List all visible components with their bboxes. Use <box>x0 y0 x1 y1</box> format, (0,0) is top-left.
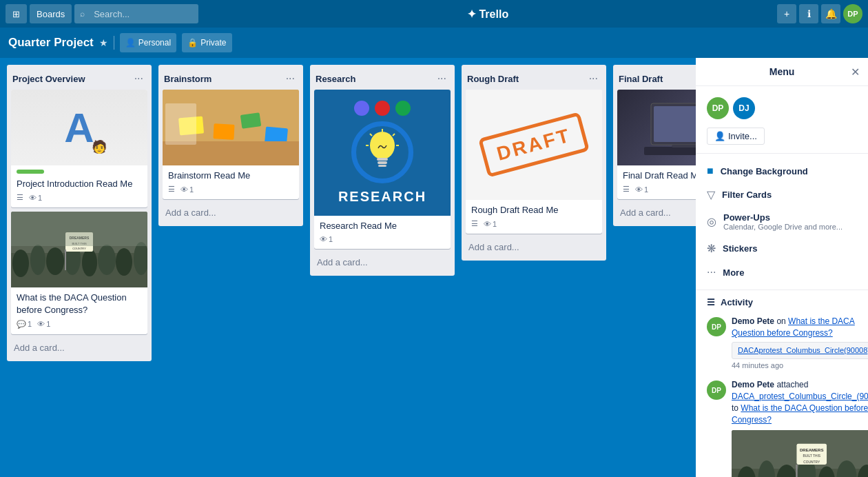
activity-action-text: attached <box>776 380 808 389</box>
comment-wrap: 💬 1 <box>17 320 32 329</box>
info-button[interactable]: ℹ <box>799 4 818 23</box>
search-input[interactable] <box>74 4 198 23</box>
list-menu-button-research[interactable]: ··· <box>435 72 449 85</box>
person-icon: 👤 <box>125 38 136 48</box>
star-icon: ★ <box>99 37 108 48</box>
svg-rect-25 <box>378 161 387 164</box>
more-label: More <box>723 267 857 278</box>
invite-button[interactable]: 👤 Invite... <box>707 128 765 145</box>
add-card-label-3: Add a card... <box>468 242 519 252</box>
card-image-laptop <box>617 90 696 165</box>
card-project-intro[interactable]: A 🧑 Project Introduction Read Me ☰ 👁 1 <box>11 90 147 207</box>
user-avatar-button[interactable]: DP <box>843 4 862 23</box>
draft-stamp: DRAFT <box>478 112 590 177</box>
boards-button[interactable]: Boards <box>30 4 72 23</box>
lists-area: Project Overview ··· A 🧑 Project Introdu… <box>0 58 696 477</box>
card-research-readme[interactable]: RESEARCH Research Read Me 👁 1 <box>314 90 451 249</box>
list-menu-button-brainstorm[interactable]: ··· <box>283 72 298 85</box>
add-card-button-1[interactable]: Add a card... <box>163 203 299 222</box>
menu-close-button[interactable]: ✕ <box>851 65 860 79</box>
svg-line-28 <box>370 134 372 136</box>
activity-image-2: DREAMERS BUILT THIS COUNTRY <box>732 430 868 477</box>
more-item[interactable]: ··· More <box>696 261 868 284</box>
trello-logo: ✦ Trello <box>467 8 508 21</box>
power-ups-item[interactable]: ◎ Power-Ups Calendar, Google Drive and m… <box>696 207 868 236</box>
eye-icon2: 👁 <box>37 320 45 328</box>
card-meta-research: 👁 1 <box>320 235 445 243</box>
card-image-protest: DREAMERS BUILT THIS COUNTRY <box>11 212 147 287</box>
card-title-daca: What is the DACA Question before Congres… <box>17 292 142 316</box>
svg-rect-51 <box>796 465 797 477</box>
eye-icon-final: 👁 <box>635 185 643 194</box>
desc-wrap-rough: ☰ <box>471 219 478 228</box>
bell-icon: 🔔 <box>825 8 837 19</box>
list-title: Project Overview <box>12 74 85 84</box>
list-menu-button-rough-draft[interactable]: ··· <box>586 72 601 85</box>
filter-cards-label: Filter Cards <box>722 190 857 200</box>
add-card-button-3[interactable]: Add a card... <box>466 238 602 256</box>
avatar-dp-text: DP <box>712 103 724 113</box>
personal-button[interactable]: 👤 Personal <box>120 33 176 52</box>
notification-button[interactable]: 🔔 <box>821 4 840 23</box>
watch-count2: 1 <box>46 320 50 328</box>
board-header: Quarter Project ★ 👤 Personal 🔒 Private <box>0 28 868 58</box>
desc-icon-final: ☰ <box>623 185 630 194</box>
eye-icon: 👁 <box>29 194 37 202</box>
watch-count-research: 1 <box>329 235 333 243</box>
card-daca[interactable]: DREAMERS BUILT THIS COUNTRY What is the … <box>11 212 147 334</box>
card-brainstorm-readme[interactable]: Brainstorm Read Me ☰ 👁 1 <box>163 90 299 199</box>
eye-icon-brainstorm: 👁 <box>180 185 188 194</box>
add-card-button-2[interactable]: Add a card... <box>314 253 451 272</box>
activity-item-1: DP Demo Pete on What is the DACA Questio… <box>696 312 868 375</box>
card-final-draft-readme[interactable]: Final Draft Read Me ☰ 👁 1 <box>617 90 696 199</box>
list-header-final-draft: Final Draft ··· <box>617 69 696 90</box>
menu-actions-section: ■ Change Background ▽ Filter Cards ◎ Pow… <box>696 154 868 290</box>
watch-wrap-research: 👁 1 <box>320 235 333 243</box>
card-meta-daca: 💬 1 👁 1 <box>17 320 142 329</box>
filter-cards-item[interactable]: ▽ Filter Cards <box>696 183 868 207</box>
card-title-final-draft: Final Draft Read Me <box>623 170 696 182</box>
list-title-rough-draft: Rough Draft <box>467 74 519 84</box>
activity-avatar-2: DP <box>707 380 726 400</box>
private-button[interactable]: 🔒 Private <box>182 33 231 52</box>
svg-rect-36 <box>654 106 696 142</box>
card-rough-draft-readme[interactable]: DRAFT Rough Draft Read Me ☰ 👁 1 <box>466 90 602 234</box>
list-header-research: Research ··· <box>314 69 451 90</box>
star-button[interactable]: ★ <box>99 37 108 48</box>
add-card-label-2: Add a card... <box>317 257 368 267</box>
svg-rect-21 <box>163 141 299 165</box>
menu-avatar-dp[interactable]: DP <box>707 97 729 119</box>
activity-link1[interactable]: DACA_protest_Columbus_Circle_(90008).jpg <box>732 392 868 401</box>
svg-text:COUNTRY: COUNTRY <box>803 460 820 463</box>
svg-text:BUILT THIS: BUILT THIS <box>803 454 820 458</box>
card-meta-brainstorm: ☰ 👁 1 <box>168 185 293 194</box>
dot-red <box>375 101 390 116</box>
change-background-item[interactable]: ■ Change Background <box>696 159 868 183</box>
stickers-item[interactable]: ❋ Stickers <box>696 236 868 261</box>
comment-icon: 💬 <box>17 320 26 329</box>
home-icon: ⊞ <box>12 9 20 19</box>
list-menu-button[interactable]: ··· <box>132 72 146 85</box>
activity-link2[interactable]: What is the DACA Question before Congres… <box>732 403 868 425</box>
svg-point-6 <box>82 249 97 276</box>
nav-right: + ℹ 🔔 DP <box>777 4 862 23</box>
activity-attachment-1[interactable]: DACAprotest_Columbus_Circle(90008).jpg <box>732 342 868 359</box>
home-button[interactable]: ⊞ <box>6 4 27 23</box>
add-card-button-4[interactable]: Add a card... <box>617 203 696 222</box>
add-button[interactable]: + <box>777 4 796 23</box>
menu-avatar-dj[interactable]: DJ <box>733 97 755 119</box>
desc-wrap-brainstorm: ☰ <box>168 185 175 194</box>
stickers-icon: ❋ <box>707 242 716 255</box>
activity-content-2: Demo Pete attached DACA_protest_Columbus… <box>732 379 868 477</box>
activity-avatar-1: DP <box>707 317 726 336</box>
list-header-project-overview: Project Overview ··· <box>11 69 147 90</box>
add-card-button-0[interactable]: Add a card... <box>11 338 147 357</box>
card-title-brainstorm: Brainstorm Read Me <box>168 170 293 182</box>
desc-icon-brainstorm: ☰ <box>168 185 175 194</box>
bulb-svg <box>365 129 400 176</box>
watch-wrap: 👁 1 <box>29 194 42 202</box>
desc-icon-rough: ☰ <box>471 219 478 228</box>
card-meta-final-draft: ☰ 👁 1 <box>623 185 696 194</box>
card-image-research: RESEARCH <box>314 90 451 216</box>
comment-count: 1 <box>28 320 32 328</box>
